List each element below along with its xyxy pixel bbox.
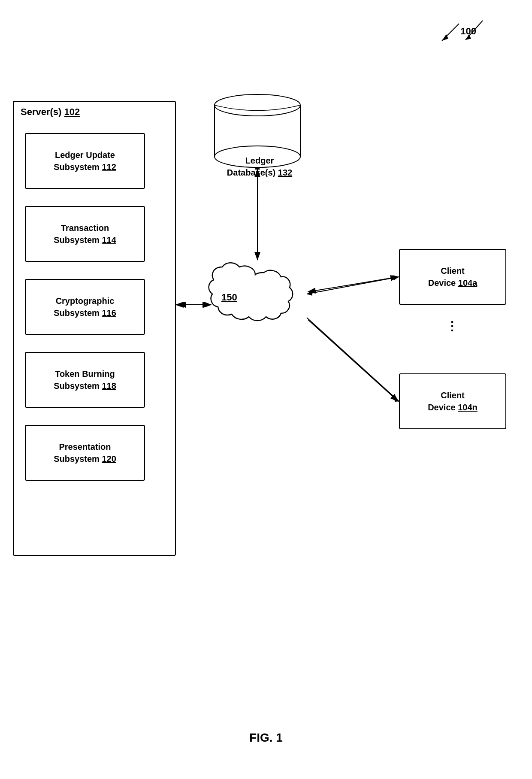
server-label: Server(s) 102 — [21, 106, 80, 118]
svg-marker-1 — [442, 34, 448, 41]
svg-point-22 — [215, 94, 300, 116]
svg-marker-7 — [393, 275, 399, 280]
ledger-database-label: LedgerDatabase(s) 132 — [206, 155, 313, 179]
subsystem-transaction-label: TransactionSubsystem 114 — [54, 222, 116, 246]
cloud-svg — [206, 258, 305, 352]
continuation-dots: ... — [448, 320, 462, 333]
network-label: 150 — [221, 292, 237, 303]
subsystem-cryptographic: CryptographicSubsystem 116 — [25, 279, 145, 335]
client-104n-label: ClientDevice 104n — [428, 389, 478, 413]
arrow-100-svg — [457, 16, 491, 51]
client-device-104n: ClientDevice 104n — [399, 373, 506, 429]
subsystem-token-burning-label: Token BurningSubsystem 118 — [54, 368, 116, 392]
network-cloud — [206, 258, 305, 352]
subsystem-presentation: PresentationSubsystem 120 — [25, 425, 145, 481]
subsystem-ledger-update-label: Ledger UpdateSubsystem 112 — [54, 149, 116, 173]
subsystem-cryptographic-label: CryptographicSubsystem 116 — [54, 295, 116, 319]
subsystem-ledger-update: Ledger UpdateSubsystem 112 — [25, 133, 145, 189]
subsystem-token-burning: Token BurningSubsystem 118 — [25, 352, 145, 408]
figure-label: FIG. 1 — [249, 731, 283, 745]
client-104a-label: ClientDevice 104a — [428, 265, 478, 289]
svg-line-28 — [308, 320, 398, 401]
svg-line-6 — [307, 277, 399, 294]
svg-line-0 — [442, 24, 459, 41]
svg-marker-13 — [177, 302, 183, 307]
svg-marker-10 — [393, 397, 399, 402]
diagram-container: 100 Server(s) 102 Ledger UpdateSubsystem… — [0, 0, 532, 779]
subsystem-transaction: TransactionSubsystem 114 — [25, 206, 145, 262]
svg-marker-8 — [307, 291, 312, 296]
svg-line-27 — [308, 277, 398, 292]
subsystem-presentation-label: PresentationSubsystem 120 — [54, 441, 116, 465]
svg-line-9 — [307, 318, 399, 401]
client-device-104a: ClientDevice 104a — [399, 249, 506, 305]
